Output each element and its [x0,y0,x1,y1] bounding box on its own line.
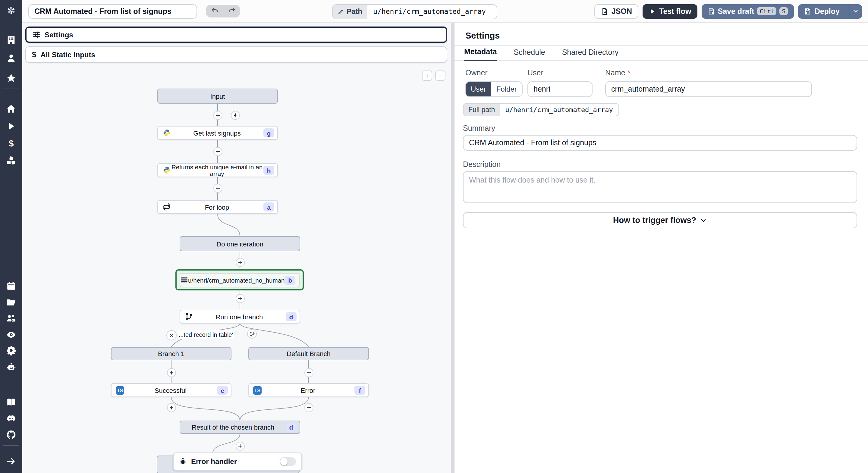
step-id-badge: g [264,128,274,137]
workers-robot-icon[interactable] [6,361,17,372]
remove-branch-button[interactable] [166,330,176,340]
redo-icon[interactable] [227,6,236,17]
deploy-more-button[interactable] [849,4,862,19]
error-handler-card[interactable]: Error handler [173,452,302,471]
user-input[interactable] [527,81,592,97]
node-unique-emails[interactable]: Returns each unique e-mail in an array h [157,163,278,177]
chevron-down-icon [852,8,859,14]
owner-label: Owner [465,69,488,77]
tab-metadata[interactable]: Metadata [464,48,497,61]
required-asterisk: * [627,69,630,77]
node-error[interactable]: TS Error f [248,383,369,397]
schedules-calendar-icon[interactable] [6,280,17,291]
flow-summary-input[interactable] [28,4,197,19]
deploy-split-button: Deploy [798,4,862,19]
owner-user-option[interactable]: User [466,82,491,96]
node-input[interactable]: Input [157,89,278,104]
path-label: Path [333,4,367,19]
trigger-lightning-button[interactable] [230,111,240,120]
json-button[interactable]: JSON [595,4,639,19]
favorites-star-icon[interactable] [6,72,17,83]
chevron-down-icon [700,217,707,224]
all-static-inputs-bar[interactable]: $ All Static Inputs [25,46,447,63]
plus-icon [237,259,243,265]
user-label: User [527,69,544,77]
tab-shared-directory[interactable]: Shared Directory [562,48,619,60]
description-textarea[interactable] [463,171,857,203]
lightning-icon [232,113,238,118]
full-path-badge: Full path u/henri/crm_automated_array [463,103,619,116]
owner-folder-option[interactable]: Folder [491,82,522,96]
deploy-button[interactable]: Deploy [798,4,846,19]
discord-icon[interactable] [6,413,17,423]
add-step-button[interactable] [167,403,176,412]
file-export-icon [601,7,609,15]
node-default-branch[interactable]: Default Branch [248,347,369,360]
close-icon [168,332,174,338]
selected-step-wrapper: u/henri/crm_automated_no_human b [176,269,304,290]
add-step-button[interactable] [236,258,244,266]
panel-scrollbar[interactable] [451,23,455,473]
home-icon[interactable] [6,103,17,114]
resources-cubes-icon[interactable] [6,155,17,166]
windmill-logo-icon[interactable] [6,5,17,16]
add-step-button[interactable] [236,441,244,450]
flow-settings-bar[interactable]: Settings [25,27,447,43]
undo-icon[interactable] [211,6,218,17]
full-path-label: Full path [464,104,500,116]
github-icon[interactable] [6,429,17,440]
name-label: Name * [605,69,630,77]
step-id-badge: e [217,386,228,395]
add-step-button[interactable] [213,147,222,156]
path-badge[interactable]: Path u/henri/crm_automated_array [332,4,497,19]
add-step-button[interactable] [213,184,222,193]
add-step-button[interactable] [236,294,244,303]
expand-sidebar-arrow-icon[interactable] [6,455,17,466]
zoom-in-button[interactable]: + [422,70,432,81]
runs-play-icon[interactable] [6,121,17,131]
add-step-button[interactable] [304,368,313,377]
variables-dollar-icon[interactable]: $ [6,137,17,148]
node-for-loop[interactable]: For loop a [157,200,278,214]
zoom-out-button[interactable]: − [435,70,445,81]
settings-gear-icon[interactable] [6,345,17,355]
add-step-button[interactable] [167,368,176,377]
add-step-button[interactable] [304,403,313,412]
user-icon[interactable] [6,53,17,63]
panel-divider [455,45,868,46]
plus-icon [237,295,243,301]
loop-repeat-icon [162,203,170,211]
how-to-trigger-flows-button[interactable]: How to trigger flows? [463,212,857,228]
add-step-button[interactable] [213,111,222,120]
groups-users-gear-icon[interactable] [6,313,17,323]
node-crm-automated-no-human[interactable]: u/henri/crm_automated_no_human b [180,273,300,287]
plus-icon [215,113,220,118]
audit-eye-icon[interactable] [6,329,17,340]
node-branch-result[interactable]: Result of the chosen branch d [180,420,300,434]
left-sidebar: $ [0,0,22,473]
node-do-one-iteration[interactable]: Do one iteration [180,236,300,251]
undo-redo-group [206,5,240,18]
test-flow-button[interactable]: Test flow [643,4,698,19]
plus-icon [168,370,174,375]
add-branch-button[interactable] [247,329,257,339]
summary-input[interactable] [463,135,857,151]
workspace-icon[interactable] [6,34,17,45]
plus-icon [215,149,220,154]
tab-schedule[interactable]: Schedule [514,48,545,60]
flow-canvas: Settings $ All Static Inputs + − Input G… [22,23,451,473]
folders-icon[interactable] [6,296,17,307]
docs-book-icon[interactable] [6,397,17,407]
save-draft-button[interactable]: Save draft CtrlS [701,4,794,19]
node-run-one-branch[interactable]: Run one branch d [180,310,300,323]
name-input[interactable] [605,81,812,97]
node-get-last-signups[interactable]: Get last signups g [157,126,278,140]
step-id-badge: b [285,276,296,285]
panel-title: Settings [465,31,500,40]
error-handler-toggle[interactable] [280,457,296,466]
node-branch-1[interactable]: Branch 1 [111,347,231,360]
topbar: Path u/henri/crm_automated_array JSON Te… [22,0,868,23]
branch-condition-label[interactable]: ...ted record in table' [178,330,234,339]
plus-icon [306,405,311,410]
node-successful[interactable]: TS Successful e [111,383,231,397]
